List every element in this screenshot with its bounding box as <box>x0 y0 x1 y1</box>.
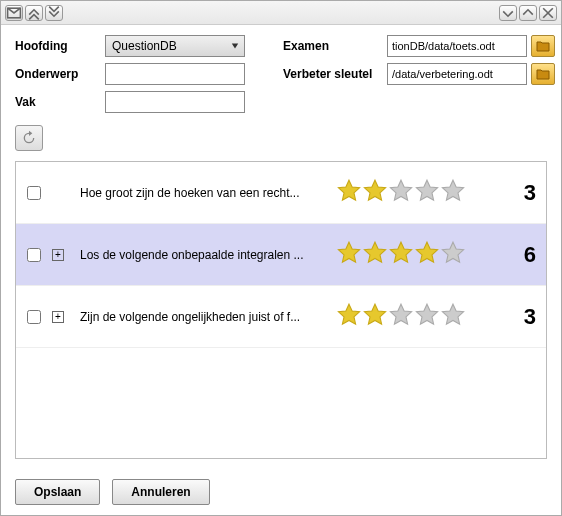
star-icon[interactable] <box>414 178 440 207</box>
close-button[interactable] <box>539 5 557 21</box>
question-count: 6 <box>496 242 536 268</box>
question-row[interactable]: +Los de volgende onbepaalde integralen .… <box>16 224 546 286</box>
rating-stars[interactable] <box>336 240 496 269</box>
examen-label: Examen <box>283 39 383 53</box>
hoofding-label: Hoofding <box>15 39 101 53</box>
examen-browse-button[interactable] <box>531 35 555 57</box>
question-count: 3 <box>496 180 536 206</box>
row-checkbox[interactable] <box>27 310 41 324</box>
star-icon[interactable] <box>388 240 414 269</box>
onderwerp-input[interactable] <box>105 63 245 85</box>
hoofding-combo[interactable] <box>105 35 245 57</box>
question-row[interactable]: +Zijn de volgende ongelijkheden juist of… <box>16 286 546 348</box>
question-count: 3 <box>496 304 536 330</box>
star-icon[interactable] <box>362 240 388 269</box>
titlebar <box>1 1 561 25</box>
minimize-button[interactable] <box>499 5 517 21</box>
rating-stars[interactable] <box>336 178 496 207</box>
question-text: Zijn de volgende ongelijkheden juist of … <box>80 310 336 324</box>
star-icon[interactable] <box>414 240 440 269</box>
question-text: Los de volgende onbepaalde integralen ..… <box>80 248 336 262</box>
star-icon[interactable] <box>336 302 362 331</box>
star-icon[interactable] <box>336 240 362 269</box>
star-icon[interactable] <box>362 178 388 207</box>
star-icon[interactable] <box>336 178 362 207</box>
star-icon[interactable] <box>440 178 466 207</box>
refresh-button[interactable] <box>15 125 43 151</box>
vak-input[interactable] <box>105 91 245 113</box>
form-grid: Hoofding Examen Onderwerp Verbeter sleut… <box>15 35 547 113</box>
window: Hoofding Examen Onderwerp Verbeter sleut… <box>0 0 562 516</box>
verbeter-label: Verbeter sleutel <box>283 67 383 81</box>
maximize-button[interactable] <box>519 5 537 21</box>
save-button[interactable]: Opslaan <box>15 479 100 505</box>
question-text: Hoe groot zijn de hoeken van een recht..… <box>80 186 336 200</box>
question-list: Hoe groot zijn de hoeken van een recht..… <box>15 161 547 459</box>
star-icon[interactable] <box>388 302 414 331</box>
verbeter-browse-button[interactable] <box>531 63 555 85</box>
button-bar: Opslaan Annuleren <box>1 469 561 515</box>
rating-stars[interactable] <box>336 302 496 331</box>
star-icon[interactable] <box>414 302 440 331</box>
vak-label: Vak <box>15 95 101 109</box>
star-icon[interactable] <box>388 178 414 207</box>
titlebar-button-down[interactable] <box>45 5 63 21</box>
titlebar-button-up[interactable] <box>25 5 43 21</box>
star-icon[interactable] <box>440 302 466 331</box>
expand-icon[interactable]: + <box>52 311 64 323</box>
titlebar-button-menu[interactable] <box>5 5 23 21</box>
hoofding-input[interactable] <box>105 35 245 57</box>
cancel-button[interactable]: Annuleren <box>112 479 209 505</box>
expand-icon[interactable]: + <box>52 249 64 261</box>
examen-input[interactable] <box>387 35 527 57</box>
row-checkbox[interactable] <box>27 248 41 262</box>
star-icon[interactable] <box>362 302 388 331</box>
content-area: Hoofding Examen Onderwerp Verbeter sleut… <box>1 25 561 469</box>
question-row[interactable]: Hoe groot zijn de hoeken van een recht..… <box>16 162 546 224</box>
onderwerp-label: Onderwerp <box>15 67 101 81</box>
row-checkbox[interactable] <box>27 186 41 200</box>
star-icon[interactable] <box>440 240 466 269</box>
verbeter-input[interactable] <box>387 63 527 85</box>
